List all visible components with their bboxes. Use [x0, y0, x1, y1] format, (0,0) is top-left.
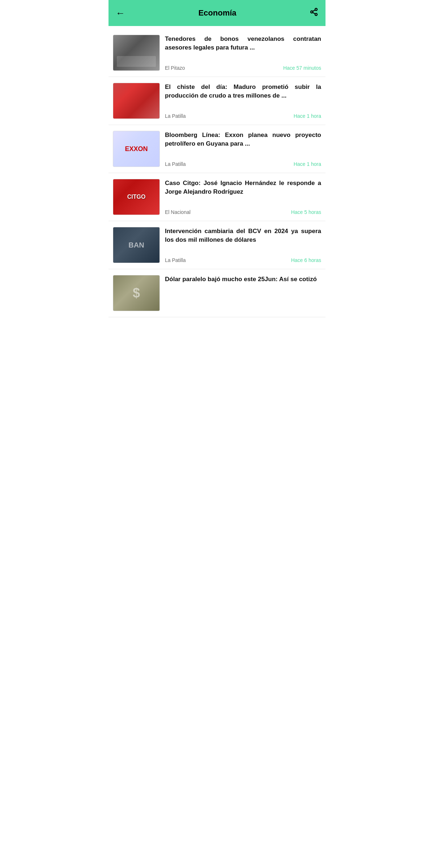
news-thumbnail-6 — [113, 275, 160, 311]
news-content-6: Dólar paralelo bajó mucho este 25Jun: As… — [165, 275, 321, 311]
news-title-2: El chiste del día: Maduro prometió subir… — [165, 83, 321, 100]
svg-line-3 — [313, 13, 315, 14]
news-title-6: Dólar paralelo bajó mucho este 25Jun: As… — [165, 275, 321, 284]
news-content-4: Caso Citgo: José Ignacio Hernández le re… — [165, 179, 321, 215]
news-time-1: Hace 57 minutos — [283, 65, 321, 71]
svg-line-4 — [313, 10, 315, 12]
news-meta-4: El Nacional Hace 5 horas — [165, 209, 321, 215]
news-time-3: Hace 1 hora — [294, 161, 321, 167]
news-source-4: El Nacional — [165, 209, 191, 215]
news-content-2: El chiste del día: Maduro prometió subir… — [165, 83, 321, 119]
news-content-3: Bloomberg Línea: Exxon planea nuevo proy… — [165, 131, 321, 167]
news-item-4[interactable]: Caso Citgo: José Ignacio Hernández le re… — [109, 173, 326, 221]
back-button[interactable]: ← — [116, 8, 125, 18]
news-title-5: Intervención cambiaria del BCV en 2024 y… — [165, 227, 321, 244]
news-item-2[interactable]: El chiste del día: Maduro prometió subir… — [109, 77, 326, 125]
share-button[interactable] — [310, 8, 318, 18]
news-item-3[interactable]: Bloomberg Línea: Exxon planea nuevo proy… — [109, 125, 326, 173]
news-item-1[interactable]: Tenedores de bonos venezolanos contratan… — [109, 29, 326, 77]
news-title-3: Bloomberg Línea: Exxon planea nuevo proy… — [165, 131, 321, 148]
news-content-5: Intervención cambiaria del BCV en 2024 y… — [165, 227, 321, 263]
news-source-5: La Patilla — [165, 257, 186, 263]
news-time-4: Hace 5 horas — [291, 209, 321, 215]
news-meta-2: La Patilla Hace 1 hora — [165, 113, 321, 119]
news-content-1: Tenedores de bonos venezolanos contratan… — [165, 35, 321, 71]
page-title: Economía — [198, 8, 236, 18]
news-thumbnail-3 — [113, 131, 160, 167]
news-source-3: La Patilla — [165, 161, 186, 167]
news-item-5[interactable]: Intervención cambiaria del BCV en 2024 y… — [109, 221, 326, 269]
news-time-5: Hace 6 horas — [291, 257, 321, 263]
news-source-2: La Patilla — [165, 113, 186, 119]
news-meta-1: El Pitazo Hace 57 minutos — [165, 65, 321, 71]
news-item-6[interactable]: Dólar paralelo bajó mucho este 25Jun: As… — [109, 269, 326, 317]
news-thumbnail-5 — [113, 227, 160, 263]
news-thumbnail-2 — [113, 83, 160, 119]
news-title-1: Tenedores de bonos venezolanos contratan… — [165, 35, 321, 52]
news-meta-5: La Patilla Hace 6 horas — [165, 257, 321, 263]
news-source-1: El Pitazo — [165, 65, 185, 71]
news-time-2: Hace 1 hora — [294, 113, 321, 119]
news-title-4: Caso Citgo: José Ignacio Hernández le re… — [165, 179, 321, 196]
news-thumbnail-4 — [113, 179, 160, 215]
news-meta-3: La Patilla Hace 1 hora — [165, 161, 321, 167]
news-list: Tenedores de bonos venezolanos contratan… — [109, 26, 326, 320]
app-header: ← Economía — [109, 0, 326, 26]
news-thumbnail-1 — [113, 35, 160, 71]
